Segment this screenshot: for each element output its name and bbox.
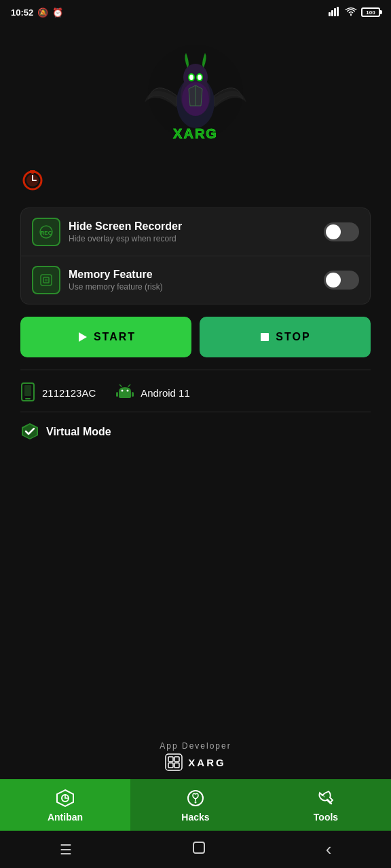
status-bar: 10:52 🔕 ⏰ 100 xyxy=(0,0,391,24)
brand-icon xyxy=(165,753,183,771)
toggle-slider-2 xyxy=(324,271,359,290)
memory-feature-toggle[interactable] xyxy=(324,271,359,290)
android-version-value: Android 11 xyxy=(141,387,190,399)
footer-area: App Developer XARG Antiban xyxy=(0,733,391,831)
antiban-icon xyxy=(56,789,75,808)
divider-1 xyxy=(20,370,371,370)
battery-indicator: 100 xyxy=(361,7,380,17)
svg-rect-3 xyxy=(337,7,339,16)
svg-rect-39 xyxy=(168,757,173,762)
home-button[interactable] xyxy=(185,834,212,865)
menu-button[interactable]: ☰ xyxy=(54,836,77,863)
svg-point-44 xyxy=(188,791,203,806)
android-icon xyxy=(116,384,134,401)
svg-line-35 xyxy=(128,384,130,387)
svg-rect-0 xyxy=(329,12,331,16)
developer-label: App Developer xyxy=(8,741,383,751)
app-logo: XARG XARG xyxy=(141,38,250,146)
memory-icon xyxy=(32,266,60,294)
phone-icon xyxy=(20,382,35,403)
buttons-row: START STOP xyxy=(20,317,371,357)
hide-screen-recorder-text: Hide Screen Recorder Hide overlay esp wh… xyxy=(69,220,324,243)
timer-icon xyxy=(20,182,45,193)
svg-text:REC: REC xyxy=(41,230,52,236)
hide-screen-recorder-toggle[interactable] xyxy=(324,222,359,241)
signal-icon xyxy=(329,7,341,18)
logo-container: XARG XARG xyxy=(141,38,250,146)
svg-rect-40 xyxy=(174,757,179,762)
svg-point-13 xyxy=(182,82,209,116)
tools-label: Tools xyxy=(314,812,338,823)
svg-rect-2 xyxy=(334,8,336,16)
memory-feature-text: Memory Feature Use memory feature (risk) xyxy=(69,269,324,292)
memory-feature-item: Memory Feature Use memory feature (risk) xyxy=(21,256,370,304)
svg-rect-47 xyxy=(193,842,204,853)
memory-feature-subtitle: Use memory feature (risk) xyxy=(69,282,324,292)
svg-rect-37 xyxy=(132,392,134,397)
svg-rect-18 xyxy=(31,172,34,174)
virtual-mode-icon xyxy=(20,422,39,443)
hide-screen-recorder-title: Hide Screen Recorder xyxy=(69,220,324,233)
logo-area: XARG XARG xyxy=(0,24,391,153)
svg-line-34 xyxy=(119,384,122,387)
device-id-item: 2112123AC xyxy=(20,382,96,403)
antiban-label: Antiban xyxy=(48,812,83,823)
nav-antiban[interactable]: Antiban xyxy=(0,779,130,831)
svg-text:XARG: XARG xyxy=(173,126,218,141)
device-info-row: 2112123AC Android 11 xyxy=(20,374,371,412)
android-version-item: Android 11 xyxy=(116,384,190,401)
hacks-icon xyxy=(186,789,205,808)
features-card: REC Hide Screen Recorder Hide overlay es… xyxy=(20,208,371,304)
svg-rect-36 xyxy=(116,392,118,397)
rec-icon: REC xyxy=(32,218,60,246)
wifi-icon xyxy=(345,7,357,18)
hacks-label: Hacks xyxy=(181,812,209,823)
svg-rect-42 xyxy=(174,763,179,768)
developer-info: App Developer XARG xyxy=(0,733,391,779)
svg-rect-38 xyxy=(166,754,182,770)
svg-point-11 xyxy=(198,75,202,80)
svg-point-32 xyxy=(122,390,124,392)
alarm-icon: ⏰ xyxy=(52,7,63,18)
start-button[interactable]: START xyxy=(20,317,191,357)
mute-icon: 🔕 xyxy=(37,7,48,18)
status-right: 100 xyxy=(329,7,380,18)
svg-point-45 xyxy=(195,802,197,804)
bottom-navigation: Antiban Hacks Tools xyxy=(0,779,391,831)
svg-point-33 xyxy=(127,390,129,392)
nav-tools[interactable]: Tools xyxy=(261,779,391,831)
divider-2 xyxy=(20,412,371,412)
back-button[interactable]: ‹ xyxy=(320,833,337,865)
svg-marker-27 xyxy=(79,332,87,342)
timer-row xyxy=(20,160,371,201)
memory-feature-title: Memory Feature xyxy=(69,269,324,281)
hide-screen-recorder-subtitle: Hide overlay esp when record xyxy=(69,234,324,243)
system-navigation-bar: ☰ ‹ xyxy=(0,831,391,868)
developer-brand: XARG xyxy=(8,753,383,771)
virtual-mode-label: Virtual Mode xyxy=(46,426,111,438)
svg-rect-1 xyxy=(331,10,333,16)
brand-name: XARG xyxy=(188,757,225,768)
stop-icon xyxy=(259,332,270,342)
status-left: 10:52 🔕 ⏰ xyxy=(11,7,63,18)
nav-hacks[interactable]: Hacks xyxy=(130,779,261,831)
play-icon xyxy=(76,331,88,343)
main-content: REC Hide Screen Recorder Hide overlay es… xyxy=(0,153,391,453)
toggle-slider xyxy=(324,222,359,241)
svg-rect-26 xyxy=(45,279,48,281)
time-display: 10:52 xyxy=(11,7,33,18)
svg-point-10 xyxy=(189,75,193,80)
hide-screen-recorder-item: REC Hide Screen Recorder Hide overlay es… xyxy=(21,208,370,256)
device-id-value: 2112123AC xyxy=(42,387,96,399)
svg-rect-30 xyxy=(25,398,31,399)
stop-button[interactable]: STOP xyxy=(200,317,371,357)
svg-rect-31 xyxy=(24,385,31,396)
tools-icon xyxy=(316,789,335,808)
svg-rect-28 xyxy=(261,333,269,341)
virtual-mode-row: Virtual Mode xyxy=(20,416,371,446)
svg-rect-41 xyxy=(168,763,173,768)
home-icon xyxy=(191,840,207,856)
